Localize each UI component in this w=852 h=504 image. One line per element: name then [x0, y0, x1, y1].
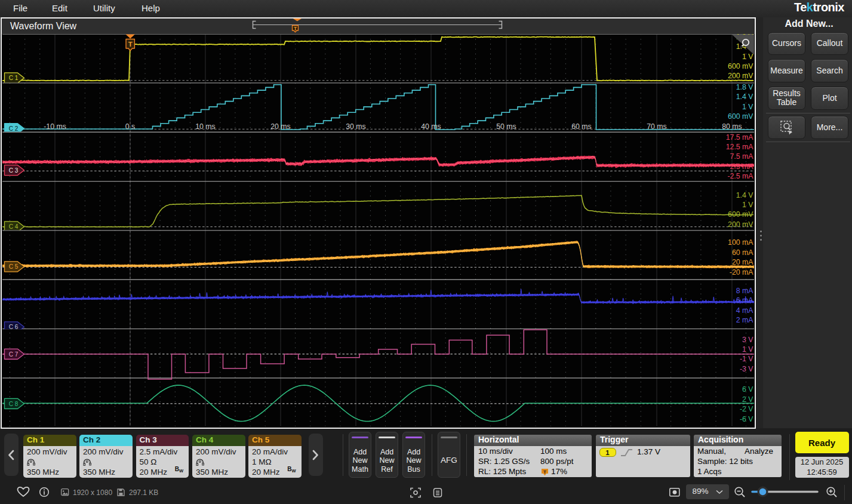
svg-text:20 mA: 20 mA [731, 258, 753, 266]
svg-text:C 8: C 8 [8, 401, 18, 407]
svg-text:1.4 V: 1.4 V [736, 191, 753, 199]
svg-text:50 ms: 50 ms [496, 122, 516, 131]
svg-text:-2.5 mA: -2.5 mA [727, 172, 753, 180]
svg-text:200 mV: 200 mV [728, 220, 753, 229]
svg-text:6 mA: 6 mA [736, 296, 753, 305]
svg-text:C 6: C 6 [8, 324, 18, 330]
svg-text:1.4 V: 1.4 V [736, 93, 753, 101]
svg-text:1.8 V: 1.8 V [736, 83, 753, 91]
svg-text:600 mV: 600 mV [728, 62, 753, 70]
svg-text:600 mV: 600 mV [728, 112, 753, 121]
svg-text:-10 ms: -10 ms [44, 122, 66, 131]
svg-text:600 mV: 600 mV [728, 210, 753, 219]
svg-text:-2 V: -2 V [739, 405, 753, 413]
svg-text:-1 V: -1 V [739, 355, 753, 363]
svg-text:3 V: 3 V [742, 336, 753, 344]
svg-text:12.5 mA: 12.5 mA [725, 143, 753, 151]
svg-text:C 7: C 7 [8, 351, 18, 358]
svg-text:T: T [294, 26, 297, 32]
svg-text:C 1: C 1 [8, 75, 18, 81]
svg-text:T: T [128, 41, 132, 48]
svg-text:C 4: C 4 [8, 223, 18, 230]
svg-text:100 mA: 100 mA [728, 238, 753, 247]
svg-text:2.5 mA: 2.5 mA [730, 162, 753, 171]
svg-text:70 ms: 70 ms [647, 122, 667, 131]
svg-text:60 ms: 60 ms [571, 122, 592, 131]
svg-text:T: T [543, 469, 546, 474]
svg-text:20 ms: 20 ms [270, 122, 291, 131]
svg-text:60 mA: 60 mA [731, 248, 753, 257]
svg-text:C 5: C 5 [8, 263, 18, 270]
svg-text:1 V: 1 V [742, 201, 753, 209]
svg-text:8 mA: 8 mA [736, 287, 753, 295]
svg-text:4 mA: 4 mA [736, 306, 753, 315]
svg-text:1 V: 1 V [742, 53, 753, 61]
svg-text:-20 mA: -20 mA [729, 268, 753, 276]
svg-text:40 ms: 40 ms [421, 122, 441, 131]
svg-text:-3 V: -3 V [739, 365, 753, 373]
svg-text:2 mA: 2 mA [736, 316, 753, 324]
svg-text:1 V: 1 V [742, 345, 753, 354]
svg-text:80 ms: 80 ms [722, 122, 742, 131]
svg-text:0 s: 0 s [125, 122, 134, 131]
svg-text:1 V: 1 V [742, 103, 753, 111]
svg-text:-6 V: -6 V [739, 415, 753, 423]
svg-text:200 mV: 200 mV [728, 72, 753, 80]
svg-text:C 3: C 3 [8, 167, 18, 174]
svg-text:17.5 mA: 17.5 mA [725, 133, 753, 142]
svg-text:2 V: 2 V [742, 395, 753, 404]
svg-text:10 ms: 10 ms [195, 122, 216, 131]
svg-text:30 ms: 30 ms [346, 122, 366, 131]
svg-text:C 2: C 2 [8, 125, 18, 132]
svg-text:6 V: 6 V [742, 385, 753, 394]
svg-text:7.5 mA: 7.5 mA [730, 152, 753, 161]
